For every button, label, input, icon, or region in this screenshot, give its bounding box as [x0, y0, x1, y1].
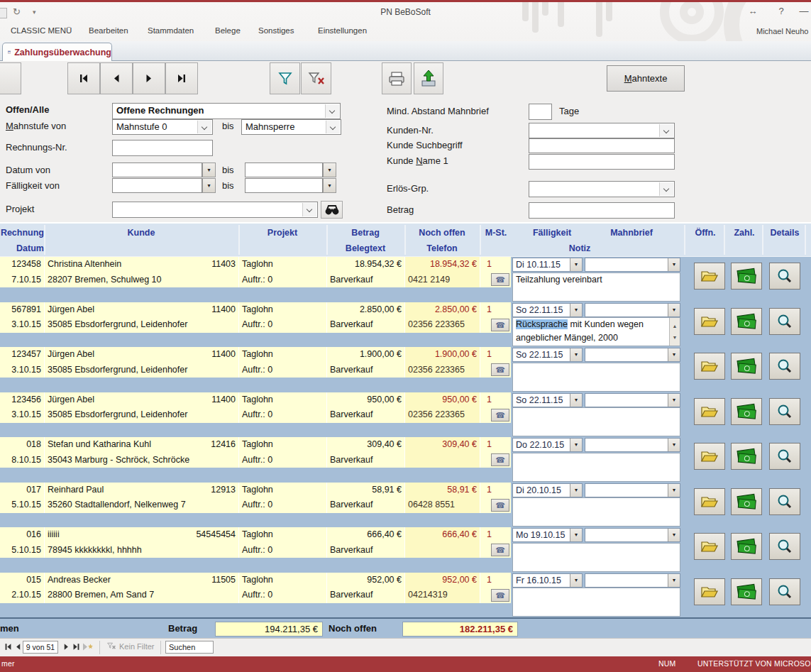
rec-last-button[interactable] [72, 642, 80, 653]
chevron-down-icon[interactable] [197, 121, 211, 133]
note-field[interactable]: ▲ ▼ [512, 453, 680, 482]
details-button[interactable] [769, 488, 800, 515]
export-button[interactable] [414, 62, 443, 94]
note-field[interactable]: Rücksprache mit Kunden wegen angeblicher… [512, 317, 680, 346]
due-date-combo[interactable]: Do 22.10.15 ▾ [512, 438, 583, 452]
chevron-down-icon[interactable]: ▾ [668, 574, 680, 587]
chevron-down-icon[interactable]: ▾ [570, 439, 582, 451]
menu-item-belege[interactable]: Belege [215, 26, 241, 35]
due-date-combo[interactable]: So 22.11.15 ▾ [512, 303, 583, 317]
note-field[interactable]: ▲ ▼ [512, 543, 680, 572]
minimize-icon[interactable]: — [796, 6, 811, 16]
menu-item-bearbeiten[interactable]: Bearbeiten [89, 26, 128, 35]
call-button[interactable]: ☎ [491, 363, 509, 376]
payment-button[interactable] [731, 353, 762, 380]
rec-next-button[interactable] [62, 642, 70, 653]
details-button[interactable] [769, 443, 800, 470]
nav-last-button[interactable] [165, 62, 198, 94]
user-name[interactable]: Michael Neuho [756, 27, 808, 35]
chevron-down-icon[interactable]: ▾ [668, 304, 680, 316]
chevron-down-icon[interactable]: ▾ [668, 348, 680, 361]
call-button[interactable]: ☎ [491, 453, 509, 466]
rec-first-button[interactable] [4, 642, 12, 653]
nav-next-button[interactable] [133, 62, 165, 94]
note-field[interactable]: Teilzahlung vereinbart ▲ ▼ [512, 272, 680, 302]
projekt-search-button[interactable] [321, 201, 343, 219]
resize-window-icon[interactable]: ↔ [745, 6, 761, 16]
faelligkeit-von-picker[interactable]: ▾ [202, 178, 216, 193]
chevron-down-icon[interactable]: ▾ [668, 258, 680, 271]
datum-von-input[interactable] [112, 163, 202, 177]
reminder-letter-combo[interactable]: ▾ [585, 483, 680, 497]
open-invoice-button[interactable] [694, 443, 725, 470]
due-date-combo[interactable]: Fr 16.10.15 ▾ [512, 573, 583, 588]
due-date-combo[interactable]: Mo 19.10.15 ▾ [512, 528, 583, 542]
payment-button[interactable] [731, 263, 762, 290]
chevron-down-icon[interactable]: ▾ [570, 348, 582, 361]
datum-von-picker[interactable]: ▾ [202, 163, 216, 177]
open-invoice-button[interactable] [694, 308, 725, 335]
details-button[interactable] [769, 398, 800, 425]
chevron-down-icon[interactable]: ▾ [570, 574, 582, 587]
datum-bis-picker[interactable]: ▾ [323, 163, 336, 177]
call-button[interactable]: ☎ [491, 409, 509, 422]
kunde-name-input[interactable] [529, 154, 675, 170]
rec-new-button[interactable] [82, 642, 94, 653]
betrag-filter-input[interactable] [529, 202, 675, 219]
reminder-letter-combo[interactable]: ▾ [585, 393, 680, 407]
mahnstufe-bis-combo[interactable]: Mahnsperre [241, 119, 341, 135]
scroll-down-icon[interactable]: ▼ [670, 331, 680, 344]
mahnstufe-von-combo[interactable]: Mahnstufe 0 [112, 119, 213, 135]
payment-button[interactable] [731, 398, 762, 425]
menu-item-sonstiges[interactable]: Sonstiges [258, 26, 294, 35]
print-button[interactable] [382, 62, 412, 94]
details-button[interactable] [769, 308, 800, 335]
chevron-down-icon[interactable] [326, 121, 340, 133]
reminder-letter-combo[interactable]: ▾ [585, 258, 680, 272]
chevron-down-icon[interactable] [325, 104, 339, 118]
remove-filter-button[interactable] [301, 62, 331, 94]
payment-button[interactable] [731, 533, 762, 560]
menu-item-classic-menue[interactable]: CLASSIC MENÜ [11, 26, 72, 35]
chevron-down-icon[interactable]: ▾ [570, 258, 582, 271]
open-invoice-button[interactable] [694, 263, 725, 290]
call-button[interactable]: ☎ [491, 319, 509, 331]
chevron-down-icon[interactable] [302, 203, 316, 216]
open-invoice-button[interactable] [694, 353, 725, 380]
details-button[interactable] [769, 353, 800, 380]
chevron-down-icon[interactable]: ▾ [668, 394, 680, 407]
chevron-down-icon[interactable]: ▾ [668, 529, 680, 541]
call-button[interactable]: ☎ [491, 544, 509, 556]
reminder-letter-combo[interactable]: ▾ [585, 303, 680, 317]
details-button[interactable] [769, 578, 800, 605]
chevron-down-icon[interactable]: ▾ [570, 529, 582, 541]
open-invoice-button[interactable] [694, 578, 725, 605]
chevron-down-icon[interactable]: ▾ [668, 484, 680, 497]
payment-button[interactable] [731, 443, 762, 470]
nav-first-button[interactable] [67, 62, 100, 94]
rechnungs-nr-input[interactable] [112, 140, 213, 156]
faelligkeit-von-input[interactable] [112, 178, 202, 193]
rec-prev-button[interactable] [14, 642, 22, 653]
qat-partial-button[interactable] [0, 8, 7, 18]
due-date-combo[interactable]: So 22.11.15 ▾ [512, 348, 583, 362]
call-button[interactable]: ☎ [491, 499, 509, 512]
due-date-combo[interactable]: Di 20.10.15 ▾ [512, 483, 583, 497]
note-scrollbar[interactable]: ▲ ▼ [669, 318, 680, 346]
call-button[interactable]: ☎ [491, 273, 509, 286]
chevron-down-icon[interactable]: ▾ [570, 484, 582, 497]
mahntexte-button[interactable]: Mahntexte [607, 65, 685, 92]
details-button[interactable] [769, 263, 800, 290]
payment-button[interactable] [731, 578, 762, 605]
chevron-down-icon[interactable] [659, 182, 673, 196]
menu-item-einstellungen[interactable]: Einstellungen [318, 26, 367, 35]
chevron-down-icon[interactable]: ▾ [570, 304, 582, 316]
filter-button[interactable] [270, 62, 300, 94]
tab-zahlungsueberwachung[interactable]: Zahlungsüberwachung [2, 43, 112, 61]
note-field[interactable]: ▲ ▼ [512, 407, 680, 436]
offen-alle-combo[interactable]: Offene Rechnungen [112, 103, 341, 119]
payment-button[interactable] [731, 308, 762, 335]
due-date-combo[interactable]: Di 10.11.15 ▾ [512, 258, 583, 272]
chevron-down-icon[interactable]: ▾ [570, 394, 582, 407]
nav-previous-button[interactable] [100, 62, 133, 94]
